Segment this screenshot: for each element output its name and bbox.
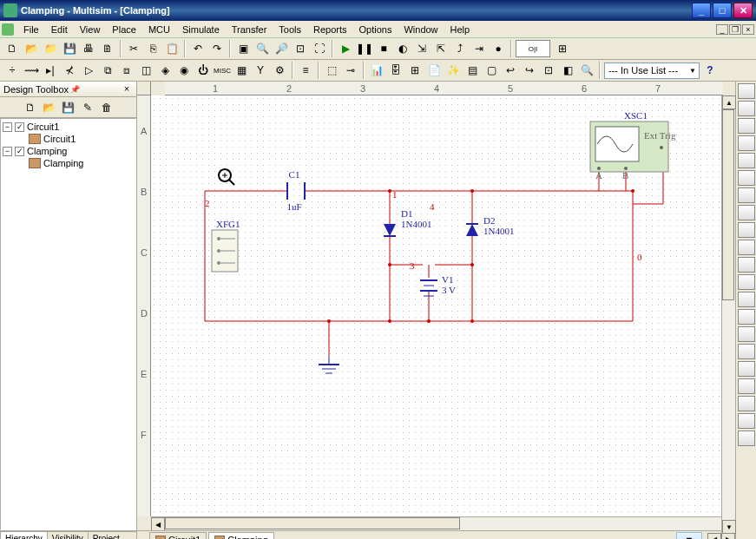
save-design-button[interactable]: 💾 bbox=[60, 99, 77, 116]
menu-transfer[interactable]: Transfer bbox=[226, 23, 273, 36]
zoom-area-button[interactable]: ⊡ bbox=[292, 40, 309, 57]
doctab-circuit1[interactable]: Circuit1 bbox=[149, 532, 207, 540]
agilent-fgen-button[interactable] bbox=[738, 326, 755, 342]
zoom-out-button[interactable]: 🔎 bbox=[273, 40, 290, 57]
component-d1[interactable]: D1 1N4001 bbox=[384, 208, 431, 236]
elvis-button[interactable]: ⊡ bbox=[540, 62, 557, 79]
interactive-sim-button[interactable]: ⊞ bbox=[552, 40, 573, 57]
component-c1[interactable]: C1 1uF bbox=[286, 169, 305, 212]
new-button[interactable]: 🗋 bbox=[3, 40, 21, 57]
place-bus-button[interactable]: ≡ bbox=[297, 62, 314, 79]
place-power-button[interactable]: ⏻ bbox=[194, 62, 212, 79]
expand-icon[interactable]: − bbox=[3, 122, 12, 132]
menu-mcu[interactable]: MCU bbox=[142, 23, 176, 36]
step-over-button[interactable]: ⇱ bbox=[432, 40, 450, 57]
agilent-multimeter-button[interactable] bbox=[738, 344, 755, 359]
place-misc-button[interactable]: MISC bbox=[214, 62, 231, 79]
menu-place[interactable]: Place bbox=[106, 23, 142, 36]
tab-hierarchy[interactable]: Hierarchy bbox=[0, 531, 48, 539]
expand-icon[interactable]: − bbox=[3, 147, 12, 156]
menu-options[interactable]: Options bbox=[353, 23, 398, 36]
pin-icon[interactable]: 📌 bbox=[69, 85, 81, 94]
place-basic-button[interactable]: ⟿ bbox=[23, 62, 40, 79]
step-out-button[interactable]: ⤴ bbox=[451, 40, 469, 57]
in-use-list-dropdown[interactable]: --- In Use List --- bbox=[604, 62, 700, 79]
agilent-scope-button[interactable] bbox=[738, 361, 755, 377]
forward-annotate-button[interactable]: ↪ bbox=[521, 62, 538, 79]
four-channel-scope-button[interactable] bbox=[738, 153, 755, 168]
new-schematic-button[interactable]: 🗋 bbox=[22, 99, 39, 116]
mdi-restore-button[interactable]: ❐ bbox=[729, 24, 741, 35]
database-button[interactable]: 🗄 bbox=[387, 62, 404, 79]
undo-button[interactable]: ↶ bbox=[189, 40, 207, 57]
hierarchical-block-button[interactable]: ⬚ bbox=[323, 62, 340, 79]
logic-converter-button[interactable] bbox=[738, 240, 755, 255]
circuit-wizard-button[interactable]: ✨ bbox=[444, 62, 462, 79]
component-xsc1[interactable]: XSC1 Ext Trig A B bbox=[590, 110, 676, 181]
checkbox[interactable]: ✓ bbox=[15, 147, 24, 156]
horizontal-scrollbar[interactable]: ◀ ▶ bbox=[151, 516, 735, 530]
scroll-left-button[interactable]: ◀ bbox=[151, 517, 165, 531]
stop-button[interactable]: ■ bbox=[375, 40, 392, 57]
rename-button[interactable]: ✎ bbox=[79, 99, 96, 116]
spreadsheet-button[interactable]: ⊞ bbox=[406, 62, 424, 79]
menu-file[interactable]: File bbox=[17, 23, 45, 36]
current-probe-button[interactable] bbox=[738, 431, 755, 446]
breadboard-button[interactable]: ▤ bbox=[463, 62, 481, 79]
window-maximize-button[interactable]: □ bbox=[713, 3, 732, 18]
tab-visibility[interactable]: Visibility bbox=[47, 531, 89, 539]
find-button[interactable]: 🔍 bbox=[578, 62, 595, 79]
labview-instrument-button[interactable] bbox=[738, 396, 755, 411]
toggle-breakpoint-button[interactable]: ● bbox=[490, 40, 507, 57]
netlist-button[interactable]: 📄 bbox=[425, 62, 443, 79]
print-button[interactable]: 🖶 bbox=[80, 40, 97, 57]
copy-button[interactable]: ⎘ bbox=[144, 40, 161, 57]
doctab-clamping[interactable]: Clamping bbox=[208, 532, 273, 540]
close-panel-button[interactable]: × bbox=[121, 83, 133, 95]
tab-project-view[interactable]: Project View bbox=[88, 531, 137, 539]
place-rf-button[interactable]: Y bbox=[252, 62, 269, 79]
cut-button[interactable]: ✂ bbox=[125, 40, 142, 57]
frequency-counter-button[interactable] bbox=[738, 187, 755, 203]
tree-node-clamping-child[interactable]: Clamping bbox=[3, 157, 134, 169]
simulation-switch[interactable]: O|I bbox=[516, 40, 550, 57]
component-v1[interactable]: V1 3 V bbox=[420, 274, 456, 296]
place-diode-button[interactable]: ▸| bbox=[42, 62, 59, 79]
pause-button[interactable]: ❚❚ bbox=[356, 40, 373, 57]
open-sample-button[interactable]: 📁 bbox=[42, 40, 59, 57]
word-generator-button[interactable] bbox=[738, 205, 755, 220]
mcu-button[interactable]: ▢ bbox=[483, 62, 500, 79]
paste-button[interactable]: 📋 bbox=[163, 40, 181, 57]
save-button[interactable]: 💾 bbox=[61, 40, 78, 57]
logic-analyzer-button[interactable] bbox=[738, 222, 755, 238]
window-close-button[interactable]: ✕ bbox=[733, 3, 753, 18]
place-ttl-button[interactable]: ⧉ bbox=[99, 62, 116, 79]
tektronix-scope-button[interactable] bbox=[738, 378, 755, 394]
checkbox[interactable]: ✓ bbox=[15, 122, 24, 132]
tree-node-circuit1[interactable]: − ✓ Circuit1 bbox=[3, 121, 134, 133]
zoom-fit-button[interactable]: ⛶ bbox=[311, 40, 328, 57]
place-indicator-button[interactable]: ◉ bbox=[175, 62, 193, 79]
labview-button[interactable]: ◧ bbox=[559, 62, 576, 79]
scroll-up-button[interactable]: ▲ bbox=[722, 95, 736, 109]
full-screen-button[interactable]: ▣ bbox=[234, 40, 252, 57]
vertical-scrollbar[interactable]: ▲ ▼ bbox=[721, 95, 735, 534]
open-design-button[interactable]: 📂 bbox=[41, 99, 58, 116]
grapher-button[interactable]: 📊 bbox=[368, 62, 385, 79]
design-tree[interactable]: − ✓ Circuit1 Circuit1 − ✓ Clamping Clamp… bbox=[0, 118, 136, 530]
back-annotate-button[interactable]: ↩ bbox=[502, 62, 519, 79]
bode-plotter-button[interactable] bbox=[738, 170, 755, 186]
menu-view[interactable]: View bbox=[74, 23, 107, 36]
schematic-canvas[interactable]: C1 1uF D1 1N4001 D2 1 bbox=[151, 95, 735, 516]
place-connector-button[interactable]: ⊸ bbox=[342, 62, 359, 79]
tree-node-clamping[interactable]: − ✓ Clamping bbox=[3, 145, 134, 157]
zoom-in-button[interactable]: 🔍 bbox=[253, 40, 271, 57]
wattmeter-button[interactable] bbox=[738, 118, 755, 134]
iv-analyzer-button[interactable] bbox=[738, 257, 755, 273]
place-source-button[interactable]: ÷ bbox=[3, 62, 21, 79]
place-advanced-button[interactable]: ▦ bbox=[233, 62, 250, 79]
help-button[interactable]: ? bbox=[701, 62, 719, 79]
window-minimize-button[interactable]: _ bbox=[692, 3, 711, 18]
print-preview-button[interactable]: 🗎 bbox=[99, 40, 116, 57]
menu-window[interactable]: Window bbox=[398, 23, 444, 36]
